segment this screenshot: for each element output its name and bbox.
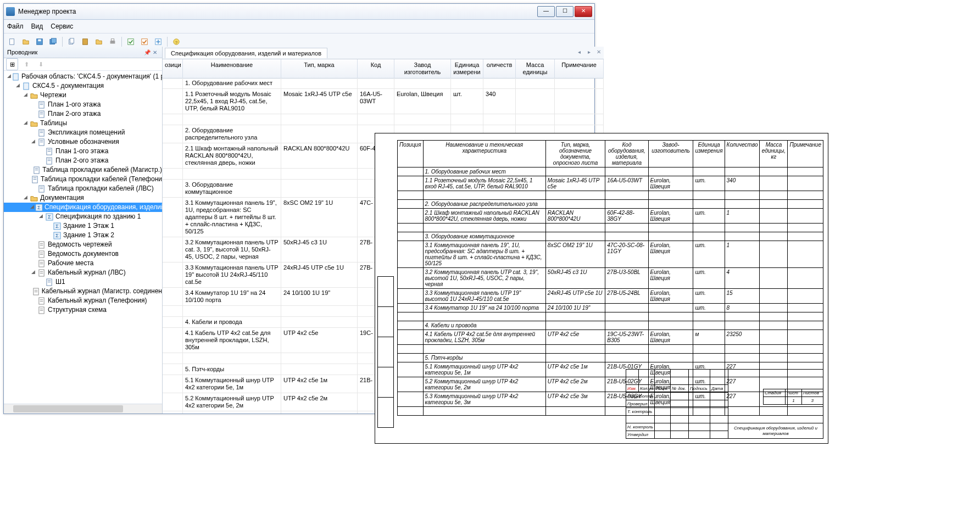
- tree-node[interactable]: Экспликация помещений: [4, 128, 162, 137]
- col-mass[interactable]: Масса единицы: [516, 59, 555, 78]
- tree-node[interactable]: Ведомость документов: [4, 249, 162, 259]
- menu-view[interactable]: Вид: [31, 23, 43, 30]
- project-tree[interactable]: ◢Рабочая область: 'СКС4.5 - документация…: [4, 71, 162, 404]
- nav-up-icon[interactable]: ⬆: [20, 58, 32, 70]
- tree-node[interactable]: План 2-ого этажа: [4, 156, 162, 165]
- tree-node[interactable]: ◢Рабочая область: 'СКС4.5 - документация…: [4, 72, 162, 81]
- doc-row: 3.4 Коммутатор 1U 19" на 24 10/100 порта…: [398, 304, 823, 312]
- doc-row: [398, 345, 823, 354]
- menu-service[interactable]: Сервис: [51, 23, 73, 30]
- pin-icon[interactable]: 📌: [143, 48, 151, 56]
- doc-row: 2.1 Шкаф монтажный напольный RACKLAN 800…: [398, 209, 823, 224]
- svg-text:Σ: Σ: [48, 214, 51, 220]
- svg-rect-4: [52, 38, 57, 43]
- toolbar-separator: [167, 37, 168, 47]
- tree-node[interactable]: Кабельный журнал (Магистр. соединен: [4, 287, 162, 296]
- doc-row: 3.1 Коммутационная панель 19", 1U, предс…: [398, 241, 823, 268]
- maximize-button[interactable]: ☐: [556, 6, 573, 17]
- tree-node[interactable]: Таблица прокладки кабелей (ЛВС): [4, 184, 162, 193]
- col-unit[interactable]: Единица измерени: [451, 59, 483, 78]
- tool-check2-icon[interactable]: [138, 36, 151, 48]
- col-note[interactable]: Примечание: [555, 59, 604, 78]
- svg-rect-0: [10, 39, 14, 45]
- tab-close-icon[interactable]: ✕: [595, 49, 603, 57]
- tree-node[interactable]: ΣЗдание 1 Этаж 2: [4, 231, 162, 240]
- svg-rect-10: [128, 39, 134, 45]
- col-maker[interactable]: Завод изготовитель: [394, 59, 451, 78]
- doc-row: 1. Оборудование рабочих мест: [398, 167, 823, 176]
- tool-saveall-icon[interactable]: [47, 36, 59, 48]
- doc-row: [398, 191, 823, 200]
- svg-rect-16: [24, 82, 29, 89]
- svg-text:Σ: Σ: [37, 205, 41, 210]
- tree-node[interactable]: Ведомость чертежей: [4, 240, 162, 249]
- tree-node[interactable]: План 2-ого этажа: [4, 109, 162, 119]
- tree-node[interactable]: План 1-ого этажа: [4, 147, 162, 156]
- col-name[interactable]: Наименование: [183, 59, 281, 78]
- doc-tabs: Спецификация оборудования, изделий и мат…: [163, 47, 604, 59]
- table-row[interactable]: 1.1 Розеточный модуль Mosaic 22,5x45, 1 …: [163, 89, 604, 114]
- tree-node[interactable]: ◢ΣСпецификация по зданию 1: [4, 212, 162, 221]
- tree-node[interactable]: Таблица прокладки кабелей (Телефони: [4, 175, 162, 184]
- tool-paste-icon[interactable]: [79, 36, 91, 48]
- table-row[interactable]: [163, 114, 604, 125]
- tree-node[interactable]: ◢ΣСпецификация оборудования, изделий: [4, 203, 162, 212]
- doc-row: 3.2 Коммутационная панель UTP cat. 3, 19…: [398, 268, 823, 289]
- tool-check3-icon[interactable]: [152, 36, 164, 48]
- doc-row: 5. Пэтч-корды: [398, 354, 823, 362]
- col-qty[interactable]: оличеств: [483, 59, 516, 78]
- tree-node[interactable]: ΣЗдание 1 Этаж 1: [4, 221, 162, 231]
- toolbar-separator: [62, 37, 63, 47]
- tree-node[interactable]: ◢Чертежи: [4, 91, 162, 100]
- panel-close-icon[interactable]: ✕: [151, 48, 159, 56]
- doc-row: 3.3 Коммутационная панель UTP 19" высото…: [398, 289, 823, 304]
- col-pos[interactable]: озици: [163, 59, 183, 78]
- explorer-scrollbar[interactable]: [4, 404, 162, 414]
- tool-help-icon[interactable]: ?: [170, 36, 182, 48]
- doc-row: [398, 224, 823, 232]
- tree-node[interactable]: План 1-ого этажа: [4, 100, 162, 109]
- tree-node[interactable]: Структурная схема: [4, 305, 162, 315]
- tree-node[interactable]: ◢СКС4.5 - документация: [4, 81, 162, 91]
- col-type[interactable]: Тип, марка: [281, 59, 358, 78]
- nav-down-icon[interactable]: ⬇: [35, 58, 47, 70]
- tree-node[interactable]: ◢Кабельный журнал (ЛВС): [4, 268, 162, 277]
- doc-row: 4.1 Кабель UTP 4x2 cat.5e для внутренней…: [398, 330, 823, 345]
- title-block: Изм.Кол.учЛист№ док.ПодписьДата Разработ…: [626, 369, 823, 439]
- table-row[interactable]: 1. Оборудование рабочих мест: [163, 78, 604, 89]
- tool-save-icon[interactable]: [34, 36, 46, 48]
- doc-row: 4. Кабели и провода: [398, 321, 823, 330]
- tree-view-icon[interactable]: ⊞: [6, 58, 18, 70]
- doc-binding-marks: [377, 276, 394, 438]
- svg-rect-8: [110, 41, 115, 43]
- menu-file[interactable]: Файл: [7, 23, 24, 30]
- tree-node[interactable]: ◢Документация: [4, 193, 162, 203]
- tab-next-icon[interactable]: ▸: [585, 49, 593, 57]
- svg-rect-9: [111, 39, 114, 41]
- tool-open-icon[interactable]: [20, 36, 32, 48]
- tool-folder-icon[interactable]: [93, 36, 105, 48]
- tool-copy-icon[interactable]: [65, 36, 77, 48]
- tool-check1-icon[interactable]: [125, 36, 137, 48]
- titlebar[interactable]: Менеджер проекта — ☐ ✕: [4, 4, 594, 20]
- svg-text:?: ?: [175, 40, 178, 45]
- tool-print-icon[interactable]: [107, 36, 119, 48]
- tool-new-icon[interactable]: [6, 36, 18, 48]
- app-icon: [6, 7, 15, 16]
- col-code[interactable]: Код: [358, 59, 394, 78]
- tree-node[interactable]: ◢Условные обозначения: [4, 137, 162, 147]
- doc-row: 3. Оборудование коммутационное: [398, 232, 823, 241]
- tree-node[interactable]: ◢Таблицы: [4, 119, 162, 128]
- tree-node[interactable]: Кабельный журнал (Телефония): [4, 296, 162, 305]
- minimize-button[interactable]: —: [537, 6, 555, 17]
- doc-row: [398, 312, 823, 321]
- tree-node[interactable]: Таблица прокладки кабелей (Магистр.): [4, 165, 162, 175]
- close-button[interactable]: ✕: [575, 6, 592, 17]
- doc-row: 2. Оборудование распределительного узла: [398, 200, 823, 209]
- doc-preview: Позиция Наименование и техническая харак…: [375, 133, 828, 444]
- menubar: Файл Вид Сервис: [4, 20, 594, 33]
- tab-prev-icon[interactable]: ◂: [575, 49, 583, 57]
- tab-spec[interactable]: Спецификация оборудования, изделий и мат…: [165, 48, 327, 58]
- tree-node[interactable]: Ш1: [4, 277, 162, 287]
- tree-node[interactable]: Рабочие места: [4, 259, 162, 268]
